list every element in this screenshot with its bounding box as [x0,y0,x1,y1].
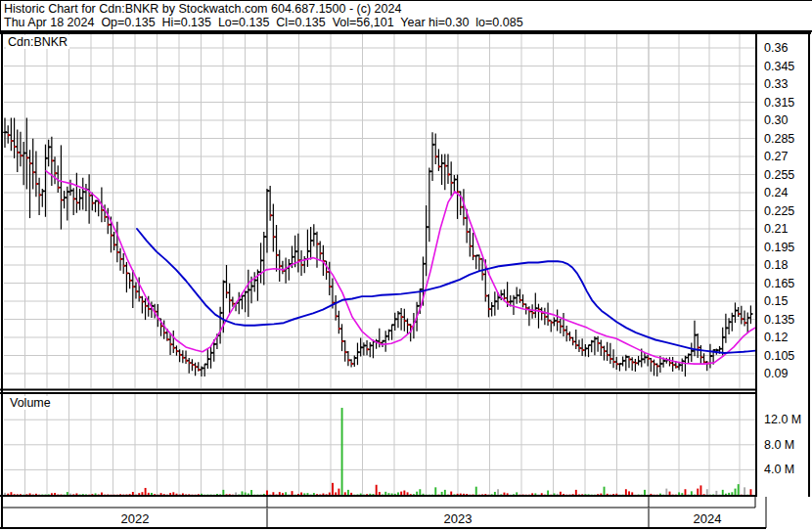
price-tick-label: 0.105 [764,349,794,363]
stockwatch-historic-chart-window: Historic Chart for Cdn:BNKR by Stockwatc… [0,0,812,531]
price-tick-label: 0.36 [764,41,788,55]
price-tick-label: 0.18 [764,258,788,272]
volume-pane-label: Volume [8,396,53,410]
volume-axis-labels: 12.0 M8.0 M4.0 M [764,413,801,476]
price-tick-label: 0.21 [764,222,788,236]
price-tick-label: 0.255 [764,168,794,182]
price-tick-label: 0.12 [764,331,788,344]
year-axis: 202220232024 [121,497,722,527]
price-tick-label: 0.30 [764,113,788,127]
volume-tick-label: 12.0 M [764,413,801,426]
price-tick-label: 0.345 [764,60,794,73]
price-tick-label: 0.135 [764,313,794,327]
price-tick-label: 0.195 [764,241,794,254]
volume-tick-label: 4.0 M [764,463,794,476]
price-tick-label: 0.285 [764,132,794,146]
year-label: 2022 [121,511,150,526]
price-tick-label: 0.27 [764,150,788,163]
price-tick-label: 0.165 [764,277,794,290]
price-tick-label: 0.24 [764,186,788,199]
chart-frame [0,33,811,528]
price-axis-labels: 0.360.3450.330.3150.300.2850.270.2550.24… [764,41,794,380]
year-label: 2024 [694,511,722,526]
symbol-label: Cdn:BNKR [6,35,69,49]
volume-tick-label: 8.0 M [764,438,794,452]
grid-lines [4,34,755,495]
price-tick-label: 0.15 [764,294,788,308]
price-tick-label: 0.315 [764,96,794,110]
year-label: 2023 [444,511,473,526]
historic-chart-canvas: 2022202320240.360.3450.330.3150.300.2850… [0,0,812,531]
price-tick-label: 0.33 [764,77,788,91]
volume-bars [4,408,751,495]
price-tick-label: 0.225 [764,204,794,218]
price-tick-label: 0.09 [764,367,788,380]
